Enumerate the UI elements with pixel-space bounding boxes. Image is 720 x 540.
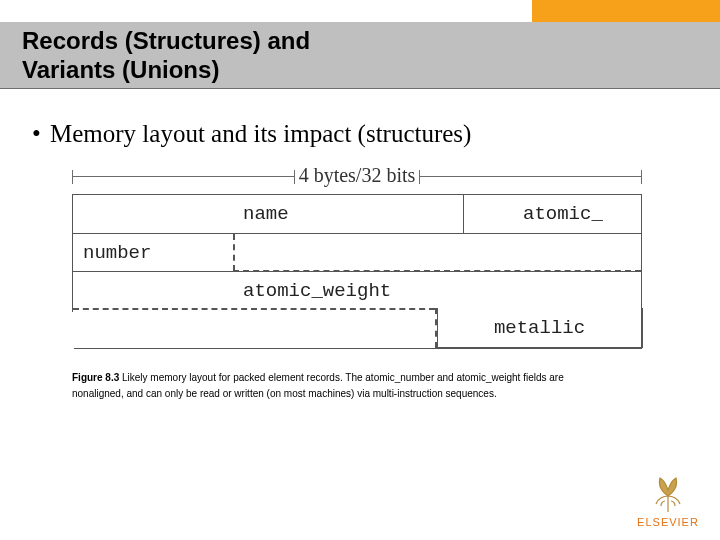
field-divider-icon <box>463 195 464 233</box>
tree-icon <box>644 466 692 514</box>
bracket-cap-icon <box>419 170 420 184</box>
field-label-name: name <box>243 203 289 225</box>
memory-layout-figure: 4 bytes/32 bits name atomic_ number atom… <box>72 160 642 349</box>
mem-row-1: name atomic_ <box>73 195 641 233</box>
width-indicator: 4 bytes/32 bits <box>72 160 642 194</box>
mem-row-2: number <box>73 233 641 271</box>
title-line-2: Variants (Unions) <box>22 56 219 83</box>
field-label-number: number <box>83 242 151 264</box>
dashed-divider-icon <box>233 234 235 271</box>
title-bar: Records (Structures) and Variants (Union… <box>0 22 720 89</box>
field-box-metallic: metallic <box>437 308 643 348</box>
bracket-cap-icon <box>641 170 642 184</box>
eraser-overlay <box>72 350 436 356</box>
field-label-atomic: atomic_ <box>523 203 603 225</box>
caption-line-2a: nonaligned, and can only be read or writ… <box>72 388 373 399</box>
memory-box: name atomic_ number atomic_weight metall… <box>72 194 642 349</box>
publisher-name: ELSEVIER <box>632 516 704 528</box>
bullet-dot-icon: • <box>32 118 50 150</box>
figure-caption: Figure 8.3 Likely memory layout for pack… <box>72 370 632 402</box>
bullet-text: Memory layout and its impact (structures… <box>50 120 471 147</box>
title-line-1: Records (Structures) and <box>22 27 310 54</box>
caption-line-2b: multi-instruction sequences. <box>373 388 497 399</box>
publisher-logo: ELSEVIER <box>632 466 704 528</box>
mem-row-3: atomic_weight <box>73 271 641 309</box>
caption-line-1: Likely memory layout for packed element … <box>119 372 563 383</box>
field-label-metallic: metallic <box>494 317 585 339</box>
field-label-atomic-weight: atomic_weight <box>243 280 391 302</box>
caption-figure-number: Figure 8.3 <box>72 372 119 383</box>
bracket-line-icon <box>420 176 642 177</box>
slide-title: Records (Structures) and Variants (Union… <box>22 26 310 84</box>
eraser-overlay <box>72 314 436 318</box>
bullet-item: •Memory layout and its impact (structure… <box>32 118 471 150</box>
slide: Records (Structures) and Variants (Union… <box>0 0 720 540</box>
accent-bar <box>532 0 720 22</box>
